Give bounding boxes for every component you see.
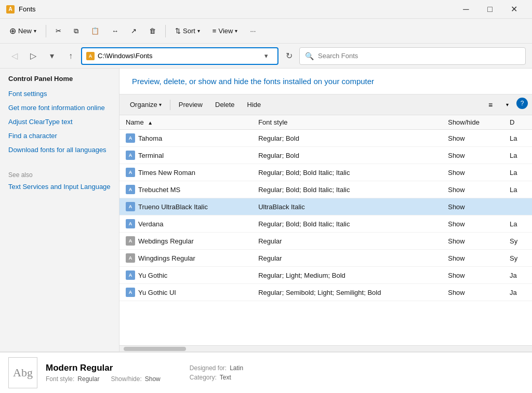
font-d-cell (503, 198, 532, 215)
address-input[interactable] (98, 52, 256, 60)
showhide-value: Show (145, 375, 161, 383)
hide-button[interactable]: Hide (241, 97, 268, 113)
delete-toolbar-button[interactable]: 🗑 (144, 22, 161, 40)
search-wrap: 🔍 (299, 47, 526, 65)
font-table: Name ▲ Font style Show/hide D A Tahoma R… (119, 115, 532, 345)
titlebar-left: A Fonts (6, 5, 36, 13)
col-header-d[interactable]: D (503, 115, 532, 130)
sidebar-link-cleartype[interactable]: Adjust ClearType text (8, 117, 111, 127)
close-button[interactable]: ✕ (502, 0, 526, 19)
up-button[interactable]: ↑ (62, 48, 79, 64)
move-button[interactable]: ↔ (107, 22, 124, 40)
delete-button[interactable]: Delete (209, 97, 241, 113)
font-showhide-cell: Show (442, 147, 503, 164)
address-bar-wrap[interactable]: A ▾ (81, 47, 278, 65)
font-style-cell: Regular; Bold (252, 147, 442, 164)
forward-button[interactable]: ▷ (25, 48, 42, 64)
view-dropdown-button[interactable]: ▾ (500, 98, 514, 112)
share-icon: ↗ (131, 27, 137, 35)
font-icon: A (126, 185, 135, 194)
sidebar-heading[interactable]: Control Panel Home (8, 75, 111, 83)
help-button[interactable]: ? (516, 98, 528, 109)
font-icon: A (126, 219, 135, 228)
view-icon-button[interactable]: ≡ (483, 98, 498, 112)
table-row[interactable]: A Terminal Regular; Bold Show La (119, 147, 532, 164)
font-d-cell: Sy (503, 250, 532, 267)
font-name-cell: A Trebuchet MS (119, 181, 252, 198)
cut-button[interactable]: ✂ (50, 22, 66, 40)
font-icon: A (126, 270, 135, 280)
font-name-cell: A Verdana (119, 215, 252, 233)
trash-icon: 🗑 (149, 27, 156, 35)
font-name: Tahoma (138, 134, 162, 142)
table-row[interactable]: A Wingdings Regular Regular Show Sy (119, 250, 532, 267)
sidebar-link-find-char[interactable]: Find a character (8, 131, 111, 141)
back-button[interactable]: ◁ (6, 48, 23, 64)
sort-button[interactable]: ⇅ Sort ▾ (170, 22, 205, 40)
table-row[interactable]: A Trebuchet MS Regular; Bold; Bold Itali… (119, 181, 532, 198)
table-row[interactable]: A Verdana Regular; Bold; Bold Italic; It… (119, 215, 532, 233)
font-showhide-cell: Show (442, 250, 503, 267)
maximize-button[interactable]: □ (478, 0, 502, 19)
font-showhide-cell: Show (442, 130, 503, 147)
toolbar: ⊕ New ▾ ✂ ⧉ 📋 ↔ ↗ 🗑 ⇅ Sort ▾ ≡ View ▾ ··… (0, 19, 532, 44)
minimize-button[interactable]: ─ (454, 0, 478, 19)
font-style-cell: UltraBlack Italic (252, 198, 442, 215)
sidebar-links: Font settings Get more font information … (8, 89, 111, 155)
action-separator-1 (170, 100, 170, 110)
sort-icon: ⇅ (175, 27, 181, 35)
folder-icon: A (86, 52, 95, 60)
font-icon: A (126, 253, 135, 263)
font-showhide-cell: Show (442, 181, 503, 198)
sidebar-link-more-info[interactable]: Get more font information online (8, 103, 111, 113)
more-button[interactable]: ··· (245, 22, 261, 40)
see-also-section: See also Text Services and Input Languag… (8, 171, 111, 192)
col-header-showhide[interactable]: Show/hide (442, 115, 503, 130)
font-preview-thumbnail: Abg (8, 357, 37, 388)
col-header-name[interactable]: Name ▲ (119, 115, 252, 130)
preview-bar: Abg Modern Regular Font style: Regular S… (0, 351, 532, 393)
new-button[interactable]: ⊕ New ▾ (4, 22, 42, 40)
paste-button[interactable]: 📋 (86, 22, 104, 40)
table-header-row: Name ▲ Font style Show/hide D (119, 115, 532, 130)
font-style-cell: Regular; Light; Medium; Bold (252, 267, 442, 284)
horizontal-scrollbar[interactable] (119, 345, 532, 351)
table-row[interactable]: A Webdings Regular Regular Show Sy (119, 233, 532, 250)
table-row[interactable]: A Yu Gothic Regular; Light; Medium; Bold… (119, 267, 532, 284)
table-row[interactable]: A Yu Gothic UI Regular; Semibold; Light;… (119, 284, 532, 301)
font-style-cell: Regular (252, 233, 442, 250)
font-d-cell: La (503, 147, 532, 164)
font-name-cell: A Yu Gothic UI (119, 284, 252, 301)
view-button[interactable]: ≡ View ▾ (207, 22, 243, 40)
new-dropdown-icon: ▾ (34, 28, 36, 34)
organize-dropdown-icon: ▾ (159, 102, 162, 107)
font-style-label: Font style: (46, 375, 74, 383)
copy-button[interactable]: ⧉ (69, 22, 84, 40)
table-row[interactable]: A Trueno UltraBlack Italic UltraBlack It… (119, 198, 532, 215)
font-d-cell: Ja (503, 284, 532, 301)
refresh-button[interactable]: ↻ (281, 48, 297, 64)
content-area: Preview, delete, or show and hide the fo… (119, 69, 532, 351)
designed-for-label: Designed for: (190, 364, 227, 372)
organize-label: Organize (130, 101, 157, 109)
sidebar-link-download[interactable]: Download fonts for all languages (8, 145, 111, 155)
action-toolbar: Organize ▾ Preview Delete Hide ≡ ▾ ? (119, 94, 532, 115)
search-input[interactable] (318, 52, 520, 60)
scrollbar-thumb[interactable] (124, 347, 186, 351)
recent-button[interactable]: ▾ (44, 48, 60, 64)
table-row[interactable]: A Times New Roman Regular; Bold; Bold It… (119, 164, 532, 181)
font-showhide-cell: Show (442, 215, 503, 233)
organize-button[interactable]: Organize ▾ (124, 97, 168, 113)
col-header-style[interactable]: Font style (252, 115, 442, 130)
table-row[interactable]: A Tahoma Regular; Bold Show La (119, 130, 532, 147)
address-dropdown-button[interactable]: ▾ (259, 48, 273, 64)
preview-button[interactable]: Preview (172, 97, 209, 113)
font-d-cell: La (503, 215, 532, 233)
sidebar-link-text-services[interactable]: Text Services and Input Language (8, 182, 111, 192)
font-name: Yu Gothic (138, 272, 167, 279)
sidebar: Control Panel Home Font settings Get mor… (0, 69, 119, 351)
view-label: View (218, 27, 233, 35)
sidebar-link-font-settings[interactable]: Font settings (8, 89, 111, 99)
share-button[interactable]: ↗ (126, 22, 142, 40)
category-label: Category: (190, 374, 217, 381)
